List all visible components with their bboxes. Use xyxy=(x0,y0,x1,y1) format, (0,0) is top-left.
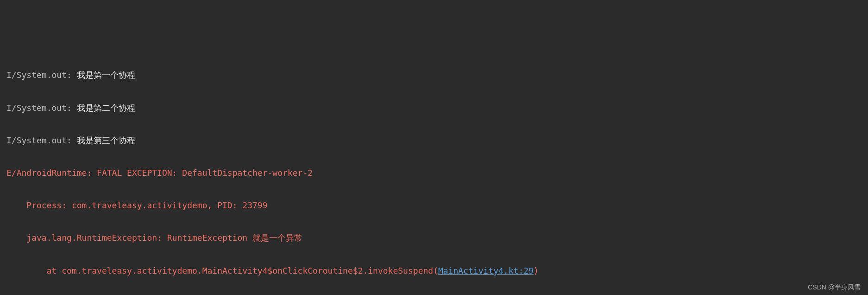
log-msg: 我是第二个协程 xyxy=(77,103,135,113)
stack-prefix: at com.traveleasy.activitydemo.MainActiv… xyxy=(6,266,438,276)
error-exception: java.lang.RuntimeException: RuntimeExcep… xyxy=(6,230,862,246)
source-link[interactable]: MainActivity4.kt:29 xyxy=(438,266,534,276)
log-line-info: I/System.out: 我是第三个协程 xyxy=(6,132,862,148)
log-tag: I/System.out: xyxy=(6,103,77,113)
log-tag: I/System.out: xyxy=(6,70,77,80)
stack-suffix: ) xyxy=(534,266,539,276)
log-tag: I/System.out: xyxy=(6,135,77,145)
log-line-info: I/System.out: 我是第一个协程 xyxy=(6,67,862,83)
log-msg: 我是第一个协程 xyxy=(77,70,135,80)
stack-frame: at com.traveleasy.activitydemo.MainActiv… xyxy=(6,263,862,279)
watermark: CSDN @半身风雪 xyxy=(808,284,861,290)
log-msg: 我是第三个协程 xyxy=(77,135,135,145)
log-line-info: I/System.out: 我是第二个协程 xyxy=(6,100,862,116)
error-process: Process: com.traveleasy.activitydemo, PI… xyxy=(6,197,862,213)
error-header: E/AndroidRuntime: FATAL EXCEPTION: Defau… xyxy=(6,165,862,181)
